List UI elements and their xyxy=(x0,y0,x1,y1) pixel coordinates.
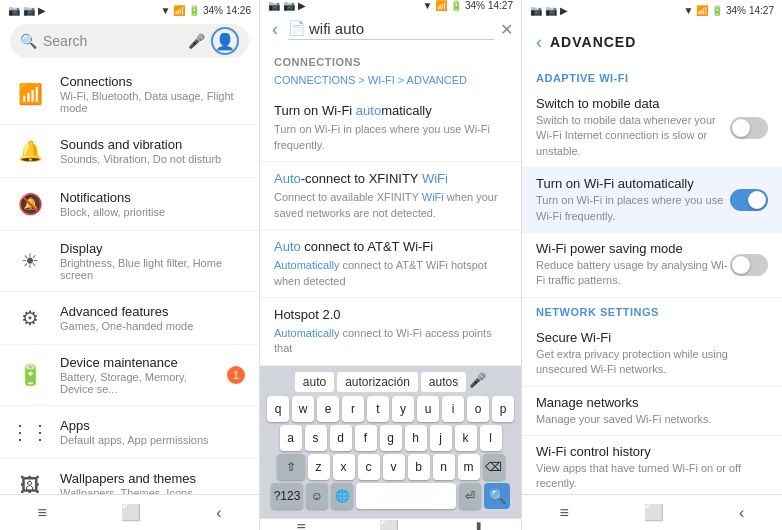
nav-menu-3[interactable]: ≡ xyxy=(560,504,569,522)
keyboard-mic-icon[interactable]: 🎤 xyxy=(469,372,486,392)
signal-icon-2: ▼ 📶 🔋 xyxy=(422,0,461,11)
nav-home-2[interactable]: ⬜ xyxy=(379,519,399,530)
key-l[interactable]: l xyxy=(480,425,502,451)
nav-back-1[interactable]: ‹ xyxy=(216,504,221,522)
nav-menu-1[interactable]: ≡ xyxy=(37,504,46,522)
mic-icon[interactable]: 🎤 xyxy=(188,33,205,49)
advanced-content: ADAPTIVE WI-FI Switch to mobile data Swi… xyxy=(522,64,782,494)
setting-power-saving[interactable]: Wi-Fi power saving mode Reduce battery u… xyxy=(522,233,782,298)
search-bar[interactable]: 🔍 Search 🎤 👤 xyxy=(10,24,249,58)
setting-control-history-desc: View apps that have turned Wi-Fi on or o… xyxy=(536,461,768,492)
search-result-2[interactable]: Auto-connect to XFINITY WiFi Connect to … xyxy=(260,162,521,230)
key-y[interactable]: y xyxy=(392,396,414,422)
search-result-4[interactable]: Hotspot 2.0 Automatically connect to Wi-… xyxy=(260,298,521,366)
key-x[interactable]: x xyxy=(333,454,355,480)
toggle-mobile-data[interactable] xyxy=(730,117,768,139)
highlight-2b: WiFi xyxy=(422,171,448,186)
settings-list: 📶 Connections Wi-Fi, Bluetooth, Data usa… xyxy=(0,64,259,494)
keyboard-row-1: q w e r t y u i o p xyxy=(266,396,515,422)
icon-notifications: 🔕 xyxy=(14,188,46,220)
key-w[interactable]: w xyxy=(292,396,314,422)
key-shift[interactable]: ⇧ xyxy=(277,454,305,480)
status-bar-3: 📷 📷 ▶ ▼ 📶 🔋 34% 14:27 xyxy=(522,0,782,20)
key-enter[interactable]: ⏎ xyxy=(459,483,481,509)
key-f[interactable]: f xyxy=(355,425,377,451)
search-result-3[interactable]: Auto connect to AT&T Wi-Fi Automatically… xyxy=(260,230,521,298)
title-device: Device maintenance xyxy=(60,355,213,370)
avatar[interactable]: 👤 xyxy=(211,27,239,55)
back-button-advanced[interactable]: ‹ xyxy=(536,32,542,53)
toggle-power-saving[interactable] xyxy=(730,254,768,276)
key-z[interactable]: z xyxy=(308,454,330,480)
nav-menu-2[interactable]: ≡ xyxy=(296,519,305,530)
key-o[interactable]: o xyxy=(467,396,489,422)
toggle-wifi-auto[interactable] xyxy=(730,189,768,211)
search-input-wrap[interactable]: 📄 wifi auto xyxy=(288,20,494,40)
text-wallpapers: Wallpapers and themes Wallpapers, Themes… xyxy=(60,471,245,494)
key-p[interactable]: p xyxy=(492,396,514,422)
clear-search-button[interactable]: ✕ xyxy=(500,20,513,39)
key-v[interactable]: v xyxy=(383,454,405,480)
status-left-3: 📷 📷 ▶ xyxy=(530,5,568,16)
setting-manage-networks-desc: Manage your saved Wi-Fi networks. xyxy=(536,412,768,427)
search-placeholder: Search xyxy=(43,33,182,49)
search-query[interactable]: wifi auto xyxy=(309,20,494,37)
key-h[interactable]: h xyxy=(405,425,427,451)
setting-manage-networks[interactable]: Manage networks Manage your saved Wi-Fi … xyxy=(522,387,782,436)
key-s[interactable]: s xyxy=(305,425,327,451)
keyboard-row-2: a s d f g h j k l xyxy=(266,425,515,451)
suggestion-autorizacion[interactable]: autorización xyxy=(337,372,418,392)
nav-back-3[interactable]: ‹ xyxy=(739,504,744,522)
key-e[interactable]: e xyxy=(317,396,339,422)
result-desc-1: Turn on Wi-Fi in places where you use Wi… xyxy=(274,122,507,153)
key-q[interactable]: q xyxy=(267,396,289,422)
suggestion-auto[interactable]: auto xyxy=(295,372,334,392)
key-g[interactable]: g xyxy=(380,425,402,451)
title-notifications: Notifications xyxy=(60,190,245,205)
status-right-2: ▼ 📶 🔋 34% 14:27 xyxy=(422,0,513,11)
key-u[interactable]: u xyxy=(417,396,439,422)
settings-item-wallpapers[interactable]: 🖼 Wallpapers and themes Wallpapers, Them… xyxy=(0,459,259,494)
icon-device: 🔋 xyxy=(14,359,46,391)
key-space[interactable] xyxy=(356,483,456,509)
key-lang[interactable]: 🌐 xyxy=(331,483,353,509)
key-b[interactable]: b xyxy=(408,454,430,480)
key-r[interactable]: r xyxy=(342,396,364,422)
setting-mobile-data[interactable]: Switch to mobile data Switch to mobile d… xyxy=(522,88,782,168)
keyboard-rows: q w e r t y u i o p a s d f g h j k l xyxy=(262,394,519,514)
key-backspace[interactable]: ⌫ xyxy=(483,454,505,480)
suggestion-autos[interactable]: autos xyxy=(421,372,466,392)
key-m[interactable]: m xyxy=(458,454,480,480)
panel-search-results: 📷 📷 ▶ ▼ 📶 🔋 34% 14:27 ‹ 📄 wifi auto ✕ CO… xyxy=(260,0,522,530)
key-i[interactable]: i xyxy=(442,396,464,422)
key-k[interactable]: k xyxy=(455,425,477,451)
settings-item-apps[interactable]: ⋮⋮ Apps Default apps, App permissions xyxy=(0,406,259,459)
key-c[interactable]: c xyxy=(358,454,380,480)
key-d[interactable]: d xyxy=(330,425,352,451)
back-button-search[interactable]: ‹ xyxy=(268,15,282,44)
settings-item-notifications[interactable]: 🔕 Notifications Block, allow, prioritise xyxy=(0,178,259,231)
settings-item-display[interactable]: ☀ Display Brightness, Blue light filter,… xyxy=(0,231,259,292)
title-connections: Connections xyxy=(60,74,245,89)
nav-home-1[interactable]: ⬜ xyxy=(121,503,141,522)
setting-wifi-auto[interactable]: Turn on Wi-Fi automatically Turn on Wi-F… xyxy=(522,168,782,233)
key-n[interactable]: n xyxy=(433,454,455,480)
settings-item-advanced[interactable]: ⚙ Advanced features Games, One-handed mo… xyxy=(0,292,259,345)
nav-home-3[interactable]: ⬜ xyxy=(644,503,664,522)
nav-down-2[interactable]: ⬇ xyxy=(472,519,485,530)
search-icon: 🔍 xyxy=(20,33,37,49)
status-right-1: ▼ 📶 🔋 34% 14:26 xyxy=(160,5,251,16)
search-submit-key[interactable]: 🔍 xyxy=(484,483,510,509)
search-result-1[interactable]: Turn on Wi-Fi automatically Turn on Wi-F… xyxy=(260,94,521,162)
key-j[interactable]: j xyxy=(430,425,452,451)
status-icons-2: 📷 📷 ▶ xyxy=(268,0,306,11)
setting-control-history[interactable]: Wi-Fi control history View apps that hav… xyxy=(522,436,782,494)
key-emoji[interactable]: ☺ xyxy=(306,483,328,509)
key-a[interactable]: a xyxy=(280,425,302,451)
setting-secure-wifi[interactable]: Secure Wi-Fi Get extra privacy protectio… xyxy=(522,322,782,387)
key-t[interactable]: t xyxy=(367,396,389,422)
settings-item-device[interactable]: 🔋 Device maintenance Battery, Storage, M… xyxy=(0,345,259,406)
key-num[interactable]: ?123 xyxy=(271,483,303,509)
settings-item-sounds[interactable]: 🔔 Sounds and vibration Sounds, Vibration… xyxy=(0,125,259,178)
settings-item-connections[interactable]: 📶 Connections Wi-Fi, Bluetooth, Data usa… xyxy=(0,64,259,125)
